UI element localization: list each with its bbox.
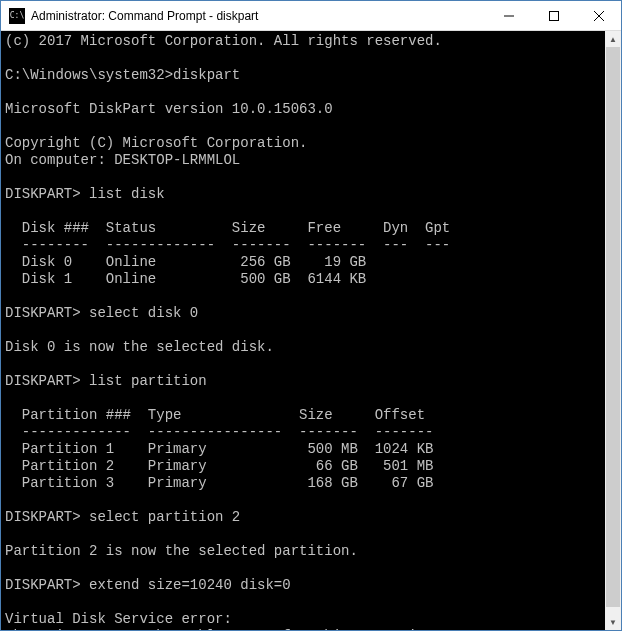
cmd-icon: C:\: [9, 8, 25, 24]
terminal-area: (c) 2017 Microsoft Corporation. All righ…: [1, 31, 621, 630]
vertical-scrollbar[interactable]: ▲ ▼: [605, 31, 621, 630]
scroll-down-button[interactable]: ▼: [605, 614, 621, 630]
minimize-button[interactable]: [486, 1, 531, 30]
window-title: Administrator: Command Prompt - diskpart: [31, 9, 486, 23]
cmd-icon-glyph: C:\: [10, 12, 24, 20]
terminal-output[interactable]: (c) 2017 Microsoft Corporation. All righ…: [1, 31, 605, 630]
scroll-thumb[interactable]: [606, 47, 620, 607]
svg-rect-1: [549, 11, 558, 20]
titlebar[interactable]: C:\ Administrator: Command Prompt - disk…: [1, 1, 621, 31]
maximize-button[interactable]: [531, 1, 576, 30]
close-button[interactable]: [576, 1, 621, 30]
command-prompt-window: C:\ Administrator: Command Prompt - disk…: [0, 0, 622, 631]
window-controls: [486, 1, 621, 30]
scroll-up-button[interactable]: ▲: [605, 31, 621, 47]
